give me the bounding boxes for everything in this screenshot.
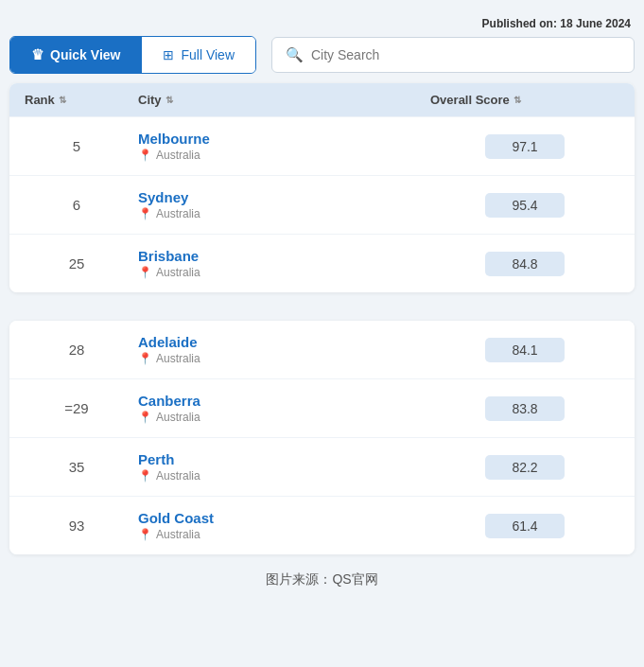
footer-text: 图片来源：QS官网 <box>9 571 635 598</box>
score-badge: 83.8 <box>485 396 564 421</box>
published-label: Published on: <box>482 17 557 30</box>
score-cell: 61.4 <box>430 514 619 538</box>
tab-group: ♛ Quick View ⊞ Full View <box>9 36 256 74</box>
group-divider <box>9 309 635 321</box>
toolbar: ♛ Quick View ⊞ Full View 🔍 <box>9 36 635 74</box>
city-cell: Brisbane 📍 Australia <box>138 248 430 279</box>
city-country: 📍 Australia <box>138 469 430 483</box>
city-cell: Perth 📍 Australia <box>138 451 430 483</box>
city-name[interactable]: Perth <box>138 451 430 467</box>
city-sort-icon[interactable]: ⇅ <box>165 95 173 105</box>
rank-sort-icon[interactable]: ⇅ <box>59 95 66 105</box>
published-date: 18 June 2024 <box>560 17 631 30</box>
full-view-tab[interactable]: ⊞ Full View <box>141 37 255 73</box>
location-icon: 📍 <box>138 266 152 279</box>
location-icon: 📍 <box>138 411 152 424</box>
city-cell: Sydney 📍 Australia <box>138 189 430 220</box>
city-name[interactable]: Adelaide <box>138 334 430 350</box>
city-cell: Gold Coast 📍 Australia <box>138 510 430 541</box>
location-icon: 📍 <box>138 149 152 162</box>
score-badge: 97.1 <box>485 134 564 159</box>
city-country: 📍 Australia <box>138 207 430 220</box>
rank-cell: 5 <box>25 138 138 154</box>
location-icon: 📍 <box>138 528 152 541</box>
rank-cell: 6 <box>25 197 138 213</box>
table-row: 5 Melbourne 📍 Australia 97.1 <box>9 116 635 175</box>
table-group-2: 28 Adelaide 📍 Australia 84.1 =29 Canberr… <box>9 321 635 554</box>
crown-icon: ♛ <box>31 46 44 63</box>
header-city: City ⇅ <box>138 93 430 107</box>
score-cell: 97.1 <box>430 134 619 159</box>
header-rank: Rank ⇅ <box>25 93 138 107</box>
full-view-label: Full View <box>181 47 235 62</box>
location-icon: 📍 <box>138 352 152 365</box>
table-row: 25 Brisbane 📍 Australia 84.8 <box>9 234 635 292</box>
chart-icon: ⊞ <box>163 47 174 62</box>
rank-cell: =29 <box>25 400 138 416</box>
location-icon: 📍 <box>138 469 152 483</box>
score-badge: 61.4 <box>485 514 564 538</box>
city-country: 📍 Australia <box>138 266 430 279</box>
score-cell: 95.4 <box>430 193 619 218</box>
table-row: 93 Gold Coast 📍 Australia 61.4 <box>9 496 635 554</box>
published-bar: Published on: 18 June 2024 <box>9 9 635 36</box>
city-cell: Adelaide 📍 Australia <box>138 334 430 365</box>
table-group-1: Rank ⇅ City ⇅ Overall Score ⇅ 5 Melbourn… <box>9 83 635 292</box>
quick-view-tab[interactable]: ♛ Quick View <box>10 37 141 73</box>
search-icon: 🔍 <box>286 46 304 63</box>
header-score: Overall Score ⇅ <box>430 93 619 107</box>
city-cell: Canberra 📍 Australia <box>138 393 430 424</box>
rank-cell: 35 <box>25 459 138 475</box>
city-name[interactable]: Sydney <box>138 189 430 205</box>
score-badge: 84.8 <box>485 252 564 276</box>
city-country: 📍 Australia <box>138 411 430 424</box>
score-badge: 95.4 <box>485 193 564 218</box>
score-cell: 82.2 <box>430 455 619 480</box>
table-header: Rank ⇅ City ⇅ Overall Score ⇅ <box>9 83 635 116</box>
city-country: 📍 Australia <box>138 528 430 541</box>
score-badge: 82.2 <box>485 455 564 480</box>
city-name[interactable]: Brisbane <box>138 248 430 264</box>
rank-cell: 28 <box>25 342 138 358</box>
search-box: 🔍 <box>271 37 635 73</box>
score-cell: 84.8 <box>430 252 619 276</box>
rank-cell: 93 <box>25 518 138 534</box>
score-badge: 84.1 <box>485 338 564 362</box>
score-sort-icon[interactable]: ⇅ <box>513 95 521 105</box>
table-row: =29 Canberra 📍 Australia 83.8 <box>9 378 635 437</box>
rank-cell: 25 <box>25 255 138 272</box>
city-country: 📍 Australia <box>138 149 430 162</box>
city-name[interactable]: Canberra <box>138 393 430 409</box>
page-wrapper: Published on: 18 June 2024 ♛ Quick View … <box>9 9 635 598</box>
table-row: 28 Adelaide 📍 Australia 84.1 <box>9 321 635 378</box>
score-cell: 83.8 <box>430 396 619 421</box>
table-row: 35 Perth 📍 Australia 82.2 <box>9 437 635 496</box>
city-name[interactable]: Gold Coast <box>138 510 430 526</box>
city-country: 📍 Australia <box>138 352 430 365</box>
location-icon: 📍 <box>138 207 152 220</box>
city-search-input[interactable] <box>311 47 620 62</box>
table-row: 6 Sydney 📍 Australia 95.4 <box>9 175 635 234</box>
city-cell: Melbourne 📍 Australia <box>138 131 430 162</box>
city-name[interactable]: Melbourne <box>138 131 430 147</box>
quick-view-label: Quick View <box>50 47 120 62</box>
score-cell: 84.1 <box>430 338 619 362</box>
